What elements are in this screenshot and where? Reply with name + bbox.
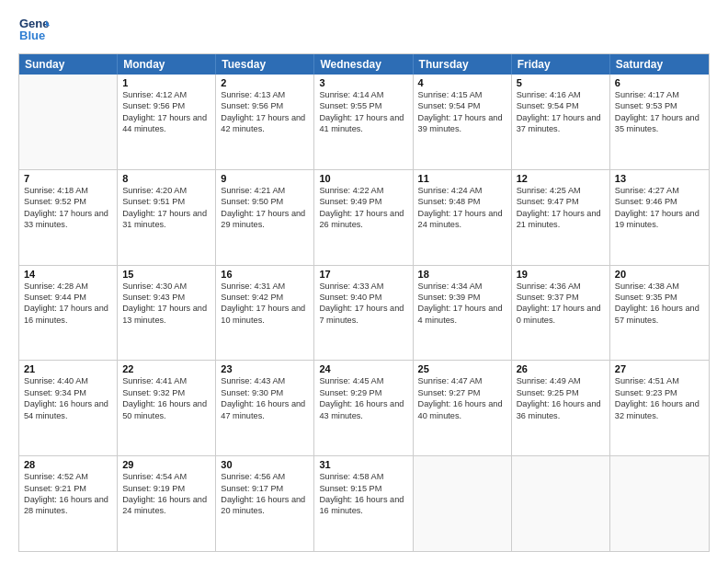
day-cell-25: 25 Sunrise: 4:47 AM Sunset: 9:27 PM Dayl… (414, 361, 512, 455)
day-number: 27 (615, 363, 704, 374)
calendar-week-5: 28 Sunrise: 4:52 AM Sunset: 9:21 PM Dayl… (19, 455, 709, 551)
sunset-text: Sunset: 9:43 PM (122, 292, 210, 303)
day-number: 28 (24, 459, 112, 470)
page: General Blue SundayMondayTuesdayWednesda… (0, 0, 728, 563)
day-number: 5 (517, 77, 605, 88)
daylight-text: Daylight: 17 hours and 26 minutes. (319, 208, 407, 231)
sunrise-text: Sunrise: 4:14 AM (319, 89, 407, 100)
sunrise-text: Sunrise: 4:45 AM (319, 375, 407, 386)
day-number: 13 (615, 173, 704, 184)
day-number: 24 (319, 363, 407, 374)
daylight-text: Daylight: 16 hours and 24 minutes. (122, 494, 210, 517)
day-cell-8: 8 Sunrise: 4:20 AM Sunset: 9:51 PM Dayli… (118, 170, 216, 265)
sunset-text: Sunset: 9:51 PM (122, 196, 210, 207)
sunrise-text: Sunrise: 4:49 AM (517, 375, 605, 386)
day-number: 18 (418, 269, 506, 280)
sunrise-text: Sunrise: 4:15 AM (418, 89, 506, 100)
sunset-text: Sunset: 9:39 PM (418, 292, 506, 303)
sunrise-text: Sunrise: 4:58 AM (319, 471, 407, 482)
daylight-text: Daylight: 17 hours and 37 minutes. (517, 112, 605, 135)
sunrise-text: Sunrise: 4:24 AM (418, 185, 506, 196)
weekday-header-tuesday: Tuesday (216, 54, 314, 75)
sunrise-text: Sunrise: 4:27 AM (615, 185, 704, 196)
daylight-text: Daylight: 17 hours and 33 minutes. (24, 208, 112, 231)
sunset-text: Sunset: 9:44 PM (24, 292, 112, 303)
daylight-text: Daylight: 17 hours and 13 minutes. (122, 303, 210, 326)
day-number: 22 (122, 363, 210, 374)
calendar-body: 1 Sunrise: 4:12 AM Sunset: 9:56 PM Dayli… (19, 75, 709, 551)
day-cell-22: 22 Sunrise: 4:41 AM Sunset: 9:32 PM Dayl… (118, 361, 216, 455)
day-cell-26: 26 Sunrise: 4:49 AM Sunset: 9:25 PM Dayl… (512, 361, 610, 455)
day-cell-23: 23 Sunrise: 4:43 AM Sunset: 9:30 PM Dayl… (216, 361, 314, 455)
day-cell-13: 13 Sunrise: 4:27 AM Sunset: 9:46 PM Dayl… (610, 170, 709, 265)
weekday-header-wednesday: Wednesday (314, 54, 413, 75)
day-cell-3: 3 Sunrise: 4:14 AM Sunset: 9:55 PM Dayli… (314, 75, 413, 169)
sunrise-text: Sunrise: 4:41 AM (122, 375, 210, 386)
day-cell-2: 2 Sunrise: 4:13 AM Sunset: 9:56 PM Dayli… (216, 75, 314, 169)
sunset-text: Sunset: 9:37 PM (517, 292, 605, 303)
daylight-text: Daylight: 16 hours and 32 minutes. (615, 398, 704, 421)
daylight-text: Daylight: 17 hours and 41 minutes. (319, 112, 407, 135)
sunset-text: Sunset: 9:42 PM (221, 292, 309, 303)
sunset-text: Sunset: 9:30 PM (221, 387, 309, 398)
daylight-text: Daylight: 17 hours and 35 minutes. (615, 112, 704, 135)
day-cell-24: 24 Sunrise: 4:45 AM Sunset: 9:29 PM Dayl… (314, 361, 413, 455)
day-cell-19: 19 Sunrise: 4:36 AM Sunset: 9:37 PM Dayl… (512, 266, 610, 361)
day-cell-7: 7 Sunrise: 4:18 AM Sunset: 9:52 PM Dayli… (19, 170, 118, 265)
daylight-text: Daylight: 16 hours and 47 minutes. (221, 398, 309, 421)
sunset-text: Sunset: 9:49 PM (319, 196, 407, 207)
day-number: 12 (517, 173, 605, 184)
day-cell-empty-4-6 (610, 456, 709, 551)
sunset-text: Sunset: 9:25 PM (517, 387, 605, 398)
day-number: 11 (418, 173, 506, 184)
daylight-text: Daylight: 16 hours and 57 minutes. (615, 303, 704, 326)
day-cell-empty-0-0 (19, 75, 118, 169)
daylight-text: Daylight: 17 hours and 19 minutes. (615, 208, 704, 231)
sunset-text: Sunset: 9:54 PM (418, 100, 506, 111)
calendar-header: SundayMondayTuesdayWednesdayThursdayFrid… (19, 54, 709, 75)
day-number: 20 (615, 269, 704, 280)
day-cell-1: 1 Sunrise: 4:12 AM Sunset: 9:56 PM Dayli… (118, 75, 216, 169)
sunset-text: Sunset: 9:35 PM (615, 292, 704, 303)
sunrise-text: Sunrise: 4:43 AM (221, 375, 309, 386)
sunset-text: Sunset: 9:54 PM (517, 100, 605, 111)
daylight-text: Daylight: 17 hours and 29 minutes. (221, 208, 309, 231)
day-number: 30 (221, 459, 309, 470)
sunrise-text: Sunrise: 4:33 AM (319, 281, 407, 292)
day-number: 4 (418, 77, 506, 88)
day-number: 3 (319, 77, 407, 88)
day-cell-14: 14 Sunrise: 4:28 AM Sunset: 9:44 PM Dayl… (19, 266, 118, 361)
weekday-header-saturday: Saturday (610, 54, 709, 75)
day-number: 8 (122, 173, 210, 184)
sunset-text: Sunset: 9:53 PM (615, 100, 704, 111)
sunrise-text: Sunrise: 4:56 AM (221, 471, 309, 482)
day-cell-28: 28 Sunrise: 4:52 AM Sunset: 9:21 PM Dayl… (19, 456, 118, 551)
sunset-text: Sunset: 9:21 PM (24, 483, 112, 494)
daylight-text: Daylight: 17 hours and 7 minutes. (319, 303, 407, 326)
sunset-text: Sunset: 9:23 PM (615, 387, 704, 398)
weekday-header-monday: Monday (118, 54, 216, 75)
daylight-text: Daylight: 16 hours and 40 minutes. (418, 398, 506, 421)
daylight-text: Daylight: 17 hours and 16 minutes. (24, 303, 112, 326)
day-number: 21 (24, 363, 112, 374)
sunset-text: Sunset: 9:47 PM (517, 196, 605, 207)
daylight-text: Daylight: 17 hours and 21 minutes. (517, 208, 605, 231)
day-number: 10 (319, 173, 407, 184)
daylight-text: Daylight: 16 hours and 43 minutes. (319, 398, 407, 421)
daylight-text: Daylight: 16 hours and 28 minutes. (24, 494, 112, 517)
logo-svg: General Blue (18, 15, 50, 46)
day-number: 2 (221, 77, 309, 88)
sunrise-text: Sunrise: 4:16 AM (517, 89, 605, 100)
day-cell-31: 31 Sunrise: 4:58 AM Sunset: 9:15 PM Dayl… (314, 456, 413, 551)
day-number: 19 (517, 269, 605, 280)
day-number: 14 (24, 269, 112, 280)
day-number: 17 (319, 269, 407, 280)
day-number: 15 (122, 269, 210, 280)
calendar: SundayMondayTuesdayWednesdayThursdayFrid… (18, 53, 710, 552)
sunrise-text: Sunrise: 4:17 AM (615, 89, 704, 100)
day-cell-10: 10 Sunrise: 4:22 AM Sunset: 9:49 PM Dayl… (314, 170, 413, 265)
day-cell-9: 9 Sunrise: 4:21 AM Sunset: 9:50 PM Dayli… (216, 170, 314, 265)
sunset-text: Sunset: 9:48 PM (418, 196, 506, 207)
day-cell-17: 17 Sunrise: 4:33 AM Sunset: 9:40 PM Dayl… (314, 266, 413, 361)
sunrise-text: Sunrise: 4:34 AM (418, 281, 506, 292)
